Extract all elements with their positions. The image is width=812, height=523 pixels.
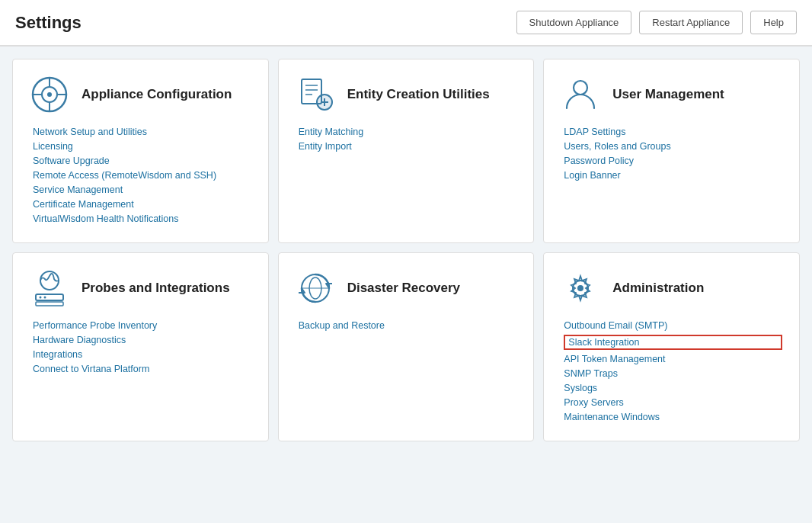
card-header-entity-creation: Entity Creation Utilities xyxy=(296,75,517,114)
card-link-item[interactable]: SNMP Traps xyxy=(564,368,782,379)
card-link-item[interactable]: Software Upgrade xyxy=(33,156,251,166)
card-header-administration: Administration xyxy=(561,268,782,308)
admin-icon xyxy=(561,268,600,308)
card-link-item[interactable]: Backup and Restore xyxy=(299,320,517,331)
card-links-administration: Outbound Email (SMTP)Slack IntegrationAP… xyxy=(561,320,782,422)
card-header-user-management: User Management xyxy=(561,75,782,114)
card-title-administration: Administration xyxy=(612,281,704,296)
appliance-icon xyxy=(30,75,69,114)
shutdown-button[interactable]: Shutdown Appliance xyxy=(516,11,632,34)
restart-button[interactable]: Restart Appliance xyxy=(639,11,743,34)
user-icon xyxy=(561,75,600,114)
card-link-item[interactable]: Entity Matching xyxy=(299,127,517,137)
card-link-item[interactable]: Integrations xyxy=(33,349,251,360)
card-links-appliance-config: Network Setup and UtilitiesLicensingSoft… xyxy=(30,127,251,224)
card-link-item[interactable]: Certificate Management xyxy=(33,199,251,210)
help-button[interactable]: Help xyxy=(750,11,797,34)
card-link-item[interactable]: Users, Roles and Groups xyxy=(564,141,782,152)
page-title: Settings xyxy=(15,13,82,33)
card-link-item[interactable]: Password Policy xyxy=(564,156,782,166)
card-link-item[interactable]: Hardware Diagnostics xyxy=(33,335,251,345)
top-bar-buttons: Shutdown Appliance Restart Appliance Hel… xyxy=(516,11,797,34)
card-link-item[interactable]: VirtualWisdom Health Notifications xyxy=(33,213,251,224)
card-appliance-config: Appliance ConfigurationNetwork Setup and… xyxy=(12,59,269,243)
card-header-probes-integrations: Probes and Integrations xyxy=(30,268,251,308)
settings-grid: Appliance ConfigurationNetwork Setup and… xyxy=(0,47,812,454)
card-links-user-management: LDAP SettingsUsers, Roles and GroupsPass… xyxy=(561,127,782,181)
svg-point-18 xyxy=(40,297,42,299)
card-probes-integrations: Probes and IntegrationsPerformance Probe… xyxy=(12,252,269,441)
card-link-item[interactable]: Service Management xyxy=(33,184,251,195)
card-link-item[interactable]: Entity Import xyxy=(299,141,517,152)
card-link-item[interactable]: LDAP Settings xyxy=(564,127,782,137)
card-link-item[interactable]: Slack Integration xyxy=(564,335,782,350)
card-link-item[interactable]: Login Banner xyxy=(564,170,782,181)
top-bar: Settings Shutdown Appliance Restart Appl… xyxy=(0,0,812,46)
probes-icon xyxy=(30,268,69,308)
card-link-item[interactable]: Maintenance Windows xyxy=(564,412,782,422)
card-title-appliance-config: Appliance Configuration xyxy=(82,87,232,102)
card-links-entity-creation: Entity MatchingEntity Import xyxy=(296,127,517,152)
card-link-item[interactable]: Syslogs xyxy=(564,383,782,393)
card-link-item[interactable]: Remote Access (RemoteWisdom and SSH) xyxy=(33,170,251,181)
card-title-user-management: User Management xyxy=(612,87,724,102)
card-title-probes-integrations: Probes and Integrations xyxy=(82,281,230,296)
card-link-item[interactable]: Connect to Virtana Platform xyxy=(33,364,251,374)
card-user-management: User ManagementLDAP SettingsUsers, Roles… xyxy=(543,59,800,243)
svg-point-24 xyxy=(577,285,583,291)
card-title-disaster-recovery: Disaster Recovery xyxy=(347,281,460,296)
svg-point-6 xyxy=(47,92,52,97)
card-link-item[interactable]: Performance Probe Inventory xyxy=(33,320,251,331)
disaster-icon xyxy=(296,268,335,308)
svg-point-14 xyxy=(574,81,587,95)
card-header-disaster-recovery: Disaster Recovery xyxy=(296,268,517,308)
card-entity-creation: Entity Creation UtilitiesEntity Matching… xyxy=(278,59,535,243)
card-links-disaster-recovery: Backup and Restore xyxy=(296,320,517,331)
card-disaster-recovery: Disaster RecoveryBackup and Restore xyxy=(278,252,535,441)
card-link-item[interactable]: API Token Management xyxy=(564,354,782,364)
card-link-item[interactable]: Proxy Servers xyxy=(564,397,782,408)
card-link-item[interactable]: Licensing xyxy=(33,141,251,152)
card-administration: AdministrationOutbound Email (SMTP)Slack… xyxy=(543,252,800,441)
entity-icon xyxy=(296,75,335,114)
svg-point-19 xyxy=(44,297,46,299)
card-title-entity-creation: Entity Creation Utilities xyxy=(347,87,490,102)
svg-rect-17 xyxy=(36,302,63,306)
card-links-probes-integrations: Performance Probe InventoryHardware Diag… xyxy=(30,320,251,374)
card-link-item[interactable]: Outbound Email (SMTP) xyxy=(564,320,782,331)
card-link-item[interactable]: Network Setup and Utilities xyxy=(33,127,251,137)
card-header-appliance-config: Appliance Configuration xyxy=(30,75,251,114)
